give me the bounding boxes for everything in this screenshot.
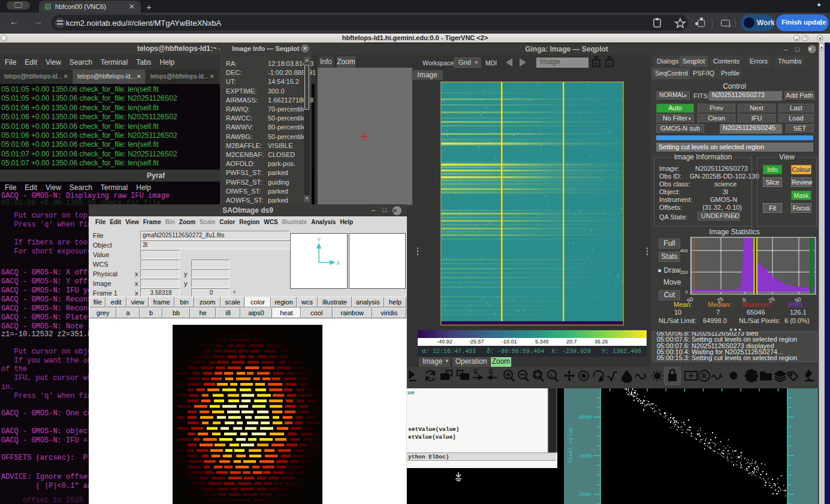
svg-text:E: E <box>474 368 478 375</box>
svg-text:E: E <box>489 368 493 375</box>
svg-text:200: 200 <box>680 270 689 275</box>
svg-text:400: 400 <box>680 248 689 253</box>
svg-text:X: X <box>336 260 340 266</box>
svg-text:0: 0 <box>686 289 689 295</box>
svg-text:Pixel Value: Pixel Value <box>568 427 574 463</box>
svg-text:2000: 2000 <box>578 492 591 498</box>
svg-text:4000: 4000 <box>578 454 591 460</box>
svg-text:1: 1 <box>550 372 553 378</box>
svg-text:A: A <box>719 373 723 379</box>
svg-text:6000: 6000 <box>578 415 591 421</box>
svg-text:R: R <box>702 372 707 379</box>
svg-text:Y: Y <box>317 237 321 243</box>
svg-text:b: b <box>805 371 808 377</box>
